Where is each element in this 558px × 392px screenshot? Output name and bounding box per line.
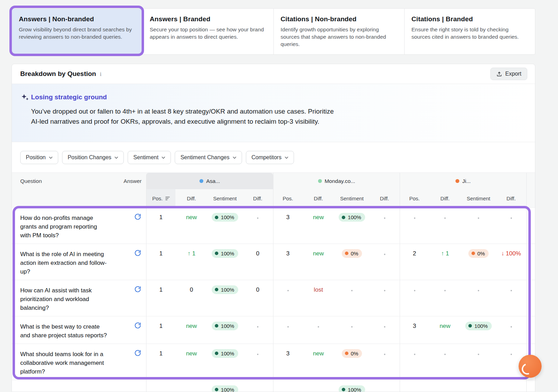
- refresh-icon[interactable]: [134, 322, 141, 344]
- tab-citations-branded[interactable]: Citations | Branded Ensure the right sto…: [405, 9, 535, 54]
- filter-label: Position: [26, 154, 46, 161]
- sentiment-diff-cell: [496, 208, 526, 244]
- sentiment-diff-value: ↓ 100%: [501, 250, 521, 257]
- refresh-icon[interactable]: [134, 286, 141, 316]
- sort-icon[interactable]: [165, 197, 170, 200]
- chevron-down-icon: [233, 156, 236, 159]
- empty-value-dot: [414, 290, 415, 291]
- tab-title: Citations | Branded: [412, 15, 527, 23]
- pos-cell: [273, 280, 302, 316]
- column-header-sentiment[interactable]: Sentiment: [208, 189, 242, 207]
- filter-position-changes[interactable]: Position Changes: [62, 151, 124, 164]
- pos-cell: 3: [273, 208, 302, 244]
- sentiment-diff-cell: [369, 208, 400, 244]
- column-header-sentiment-diff[interactable]: Diff.: [496, 189, 526, 207]
- panel-header: Breakdown by Question i Export: [12, 64, 535, 84]
- refresh-icon[interactable]: [134, 213, 141, 244]
- insight-title: Losing strategic ground: [31, 93, 527, 101]
- sentiment-pill: 100%: [212, 249, 238, 258]
- sentiment-cell: [461, 280, 496, 316]
- assistant-fab[interactable]: [519, 355, 542, 378]
- sentiment-cell: 100%: [208, 316, 242, 344]
- empty-value-dot: [257, 217, 258, 219]
- empty-value-dot: [384, 217, 385, 219]
- export-icon: [496, 71, 502, 77]
- filter-competitors[interactable]: Competitors: [246, 151, 294, 164]
- row-filler: [526, 208, 535, 244]
- sentiment-dot-icon: [215, 324, 218, 328]
- column-header-pos[interactable]: Pos.: [400, 189, 429, 207]
- table-row: What is the best way to create and share…: [12, 316, 535, 344]
- position-diff-value: new: [313, 350, 324, 357]
- sentiment-dot-icon: [342, 216, 345, 219]
- question-text[interactable]: What is the best way to create and share…: [12, 316, 121, 344]
- sentiment-diff-cell: [496, 316, 526, 344]
- column-header-sentiment-diff[interactable]: Diff.: [369, 189, 400, 207]
- competitor-group-asana[interactable]: Asa...: [146, 173, 273, 189]
- question-text[interactable]: What is the role of AI in meeting action…: [12, 244, 121, 280]
- sentiment-cell: [461, 208, 496, 244]
- diff-cell: new: [302, 208, 334, 244]
- column-header-diff[interactable]: Diff.: [429, 189, 461, 207]
- position-value: 3: [286, 350, 289, 357]
- column-header-pos[interactable]: Pos.: [146, 189, 175, 207]
- competitor-group-monday[interactable]: Monday.co...: [273, 173, 400, 189]
- subheader-spacer: [121, 189, 146, 207]
- info-icon[interactable]: i: [100, 71, 101, 77]
- tab-title: Answers | Branded: [150, 15, 265, 23]
- question-text[interactable]: How can AI assist with task prioritizati…: [12, 280, 121, 316]
- pos-cell: [400, 280, 429, 316]
- refresh-icon[interactable]: [134, 349, 141, 380]
- header-filler: [526, 173, 535, 189]
- tab-answers-non-branded[interactable]: Answers | Non-branded Grow visibility be…: [12, 9, 143, 54]
- sentiment-pill: 0%: [342, 249, 362, 258]
- jira-dot-icon: [455, 179, 459, 183]
- empty-value-dot: [414, 354, 415, 355]
- row-filler: [526, 316, 535, 344]
- column-header-sentiment[interactable]: Sentiment: [461, 189, 496, 207]
- filter-sentiment[interactable]: Sentiment: [128, 151, 171, 164]
- tab-answers-branded[interactable]: Answers | Branded Secure your top positi…: [143, 9, 273, 54]
- export-button[interactable]: Export: [490, 68, 527, 80]
- column-header-sentiment-diff[interactable]: Diff.: [242, 189, 273, 207]
- filter-sentiment-changes[interactable]: Sentiment Changes: [175, 151, 242, 164]
- competitor-name: Asa...: [206, 178, 220, 184]
- column-header-pos[interactable]: Pos.: [273, 189, 302, 207]
- tab-citations-non-branded[interactable]: Citations | Non-branded Identify growth …: [274, 9, 405, 54]
- diff-cell: ↑ 1: [429, 244, 461, 280]
- breakdown-panel: Breakdown by Question i Export Losing st…: [12, 64, 535, 392]
- chevron-down-icon: [49, 156, 53, 159]
- position-diff-value: lost: [314, 286, 323, 293]
- sentiment-cell: [334, 280, 369, 316]
- sentiment-diff-cell: [369, 280, 400, 316]
- table-subheader-row: Pos. Diff. Sentiment Diff. Pos. Diff. Se…: [12, 189, 535, 207]
- column-header-sentiment[interactable]: Sentiment: [334, 189, 369, 207]
- question-text[interactable]: How do non-profits manage grants and pro…: [12, 208, 121, 244]
- question-text[interactable]: [12, 380, 121, 392]
- sentiment-diff-value: 0: [256, 250, 259, 257]
- empty-value-dot: [478, 290, 479, 291]
- subheader-spacer: [12, 189, 121, 207]
- ai-insight: Losing strategic ground You’ve dropped o…: [12, 84, 535, 142]
- sentiment-cell: 0%: [334, 244, 369, 280]
- answer-cell: [121, 380, 146, 392]
- sentiment-cell: 100%: [208, 344, 242, 380]
- empty-value-dot: [351, 326, 353, 328]
- position-value: 1: [159, 286, 163, 293]
- column-header-diff[interactable]: Diff.: [302, 189, 334, 207]
- diff-cell: new: [175, 208, 208, 244]
- filter-position[interactable]: Position: [20, 151, 58, 164]
- competitor-group-jira[interactable]: Ji...: [400, 173, 526, 189]
- answer-cell: [121, 280, 146, 316]
- column-header-diff[interactable]: Diff.: [175, 189, 208, 207]
- empty-value-dot: [384, 254, 385, 255]
- position-diff-value: 0: [190, 286, 193, 293]
- refresh-icon[interactable]: [134, 249, 141, 280]
- pos-cell: [273, 316, 302, 344]
- sentiment-diff-cell: 0: [242, 280, 273, 316]
- table-row: 100%100%: [12, 380, 535, 392]
- question-text[interactable]: What should teams look for in a collabor…: [12, 344, 121, 380]
- asana-dot-icon: [199, 179, 203, 183]
- diff-cell: [429, 208, 461, 244]
- position-value: 3: [413, 323, 416, 330]
